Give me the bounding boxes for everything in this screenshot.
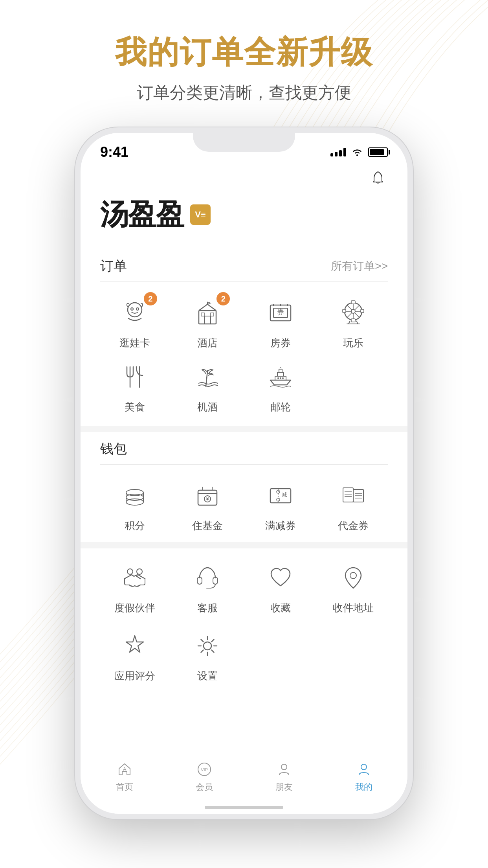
roomcoupon-icon-circle: 券 [263, 295, 298, 331]
service-item-partner[interactable]: 度假伙伴 [100, 560, 169, 615]
baby-icon [121, 299, 149, 327]
svg-rect-51 [343, 488, 353, 502]
jijin-label: 住基金 [192, 519, 223, 533]
wallet-section-header: 钱包 [100, 432, 388, 465]
baby-icon-circle: 2 [117, 295, 152, 331]
order-item-hotel[interactable]: 2 [173, 295, 242, 350]
app-content: 汤盈盈 V≡ 订单 所有订单>> [81, 164, 407, 699]
order-item-play[interactable]: 玩乐 [319, 295, 388, 350]
vip-badge: V≡ [190, 204, 211, 225]
svg-rect-5 [204, 316, 211, 324]
order-item-cruise[interactable]: 邮轮 [246, 359, 315, 414]
svg-line-26 [349, 321, 350, 324]
nav-friends[interactable]: 朋友 [275, 761, 293, 793]
service-item-customer[interactable]: 客服 [173, 560, 242, 615]
svg-rect-23 [351, 319, 355, 322]
wallet-item-jijin[interactable]: ¥ 住基金 [173, 478, 242, 533]
points-icon-circle [117, 478, 152, 513]
svg-point-60 [137, 569, 142, 574]
orders-grid-row2: 美食 [100, 359, 388, 426]
order-item-food[interactable]: 美食 [100, 359, 169, 414]
heart-icon [266, 564, 295, 592]
settings-label: 设置 [197, 669, 218, 683]
order-item-roomcoupon[interactable]: 券 房券 [246, 295, 315, 350]
discount-label: 满减券 [265, 519, 296, 533]
nav-friends-label: 朋友 [275, 781, 293, 793]
status-icons [330, 147, 388, 157]
svg-line-27 [356, 321, 358, 324]
bottom-nav: A 首页 VIP 会员 [81, 751, 407, 814]
wallet-title: 钱包 [100, 440, 127, 458]
wallet-divider [81, 426, 407, 432]
partner-label: 度假伙伴 [114, 601, 155, 615]
cruise-label: 邮轮 [270, 400, 291, 414]
points-icon [121, 482, 149, 510]
services-grid-row1: 度假伙伴 [100, 548, 388, 624]
svg-point-70 [361, 764, 367, 770]
svg-point-2 [131, 308, 133, 310]
svg-rect-6 [201, 313, 204, 316]
svg-point-1 [128, 303, 142, 317]
status-time: 9:41 [100, 144, 128, 160]
nav-mine[interactable]: 我的 [355, 761, 372, 793]
phone-notch [193, 133, 295, 152]
voucher-icon [339, 482, 367, 510]
svg-point-65 [204, 642, 211, 650]
location-icon [339, 564, 367, 592]
jijin-icon-circle: ¥ [190, 478, 225, 513]
empty-cell-3 [319, 628, 388, 683]
all-orders-link[interactable]: 所有订单>> [331, 259, 388, 274]
headset-icon [193, 564, 222, 592]
svg-text:A: A [123, 766, 126, 772]
svg-rect-22 [351, 301, 355, 304]
svg-point-35 [277, 377, 279, 379]
svg-point-3 [136, 308, 139, 310]
address-icon-circle [336, 560, 371, 596]
food-icon-circle [117, 359, 152, 395]
empty-cell-2 [246, 628, 315, 683]
signal-icon [330, 148, 346, 156]
svg-text:券: 券 [277, 308, 284, 316]
mine-nav-icon [355, 761, 372, 778]
brand-row: 汤盈盈 V≡ [100, 196, 388, 234]
wallet-grid: 积分 ¥ [100, 469, 388, 542]
play-label: 玩乐 [343, 336, 363, 350]
notification-row [100, 164, 388, 196]
ferris-wheel-icon [339, 299, 367, 327]
service-item-rating[interactable]: 应用评分 [100, 628, 169, 683]
nav-vip-label: 会员 [196, 781, 213, 793]
empty-cell [319, 359, 388, 414]
order-item-baby[interactable]: 2 逛娃 [100, 295, 169, 350]
nav-vip[interactable]: VIP 会员 [196, 761, 213, 793]
svg-rect-33 [277, 372, 284, 376]
order-item-airhotel[interactable]: 机酒 [173, 359, 242, 414]
hotel-icon [193, 299, 222, 327]
bell-button[interactable] [368, 168, 388, 188]
svg-line-18 [347, 305, 352, 310]
handshake-icon [121, 564, 149, 592]
wallet-item-points[interactable]: 积分 [100, 478, 169, 533]
svg-rect-24 [343, 309, 346, 313]
svg-line-21 [347, 313, 352, 318]
svg-point-59 [127, 569, 133, 574]
friends-nav-icon [275, 761, 293, 778]
service-item-address[interactable]: 收件地址 [319, 560, 388, 615]
home-indicator [205, 806, 283, 809]
wallet-item-voucher[interactable]: 代金券 [319, 478, 388, 533]
home-nav-icon: A [116, 761, 133, 778]
app-scroll-content[interactable]: 汤盈盈 V≡ 订单 所有订单>> [81, 164, 407, 767]
nav-home[interactable]: A 首页 [116, 761, 133, 793]
svg-point-40 [126, 489, 143, 496]
sub-headline: 订单分类更清晰，查找更方便 [137, 82, 351, 104]
service-item-settings[interactable]: 设置 [173, 628, 242, 683]
orders-grid-row1: 2 逛娃 [100, 286, 388, 359]
svg-text:¥: ¥ [206, 496, 209, 502]
nav-home-label: 首页 [116, 781, 133, 793]
wallet-item-discount[interactable]: 减 满减券 [246, 478, 315, 533]
svg-rect-25 [361, 309, 364, 313]
service-item-collect[interactable]: 收藏 [246, 560, 315, 615]
hotel-icon-circle: 2 [190, 295, 225, 331]
star-icon [121, 632, 149, 660]
orders-section-header: 订单 所有订单>> [100, 249, 388, 282]
voucher-icon-circle [336, 478, 371, 513]
